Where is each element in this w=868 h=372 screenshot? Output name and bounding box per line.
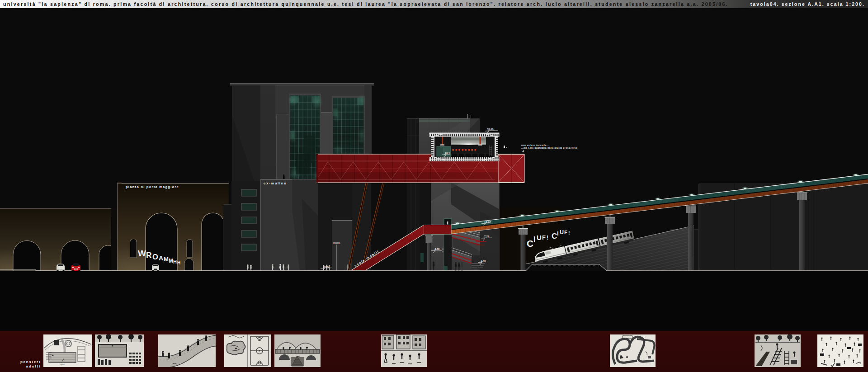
svg-text:0.00: 0.00: [324, 265, 329, 268]
svg-text:4.30: 4.30: [434, 248, 439, 250]
svg-text:s.pool: s.pool: [60, 363, 65, 366]
svg-text:28.1: 28.1: [445, 152, 450, 155]
svg-text:1.48: 1.48: [481, 259, 486, 262]
svg-text:7.29: 7.29: [484, 235, 490, 238]
svg-text:33.00: 33.00: [487, 128, 494, 131]
svg-text:10.92: 10.92: [484, 221, 491, 223]
